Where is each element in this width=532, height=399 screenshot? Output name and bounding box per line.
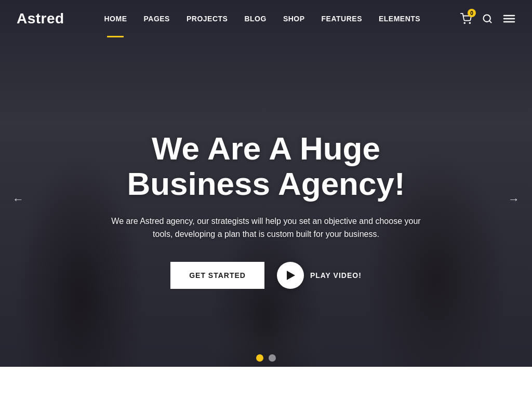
play-triangle-icon: [287, 271, 295, 280]
search-button[interactable]: [482, 14, 493, 24]
svg-point-1: [469, 22, 470, 23]
nav-item-projects[interactable]: PROJECTS: [187, 15, 228, 23]
nav-item-shop[interactable]: SHOP: [283, 15, 305, 23]
nav-item-pages[interactable]: PAGES: [143, 15, 169, 23]
hero-section: Astred HOME PAGES PROJECTS BLOG SHOP FEA…: [0, 0, 532, 399]
slider-dots: [256, 354, 276, 362]
slider-dot-1[interactable]: [256, 354, 263, 362]
cart-icon-wrap[interactable]: 0: [460, 13, 472, 24]
site-header: Astred HOME PAGES PROJECTS BLOG SHOP FEA…: [0, 0, 532, 37]
cart-badge: 0: [468, 9, 476, 17]
play-video-button[interactable]: PLAY VIDEO!: [277, 262, 362, 289]
nav-item-home[interactable]: HOME: [104, 15, 127, 23]
hero-actions: GET STARTED PLAY VIDEO!: [170, 262, 362, 289]
menu-button[interactable]: [503, 14, 515, 24]
nav-item-blog[interactable]: BLOG: [244, 15, 266, 23]
main-nav: HOME PAGES PROJECTS BLOG SHOP FEATURES E…: [104, 15, 420, 23]
get-started-button[interactable]: GET STARTED: [170, 262, 264, 289]
play-video-label: PLAY VIDEO!: [310, 271, 362, 280]
svg-point-0: [464, 22, 465, 23]
slider-next-button[interactable]: →: [508, 193, 520, 206]
header-icons: 0: [460, 13, 515, 24]
hero-content: We Are A Huge Business Agency! We are As…: [0, 21, 532, 399]
hero-title: We Are A Huge Business Agency!: [127, 131, 405, 202]
slider-dot-2[interactable]: [269, 354, 276, 362]
slider-prev-button[interactable]: ←: [12, 193, 24, 206]
nav-item-elements[interactable]: ELEMENTS: [379, 15, 420, 23]
play-circle-icon: [277, 262, 304, 289]
site-logo[interactable]: Astred: [17, 10, 64, 27]
hero-subtitle: We are Astred agency, our strategists wi…: [105, 215, 427, 241]
svg-line-3: [489, 21, 491, 23]
bottom-bar: [0, 367, 532, 399]
nav-item-features[interactable]: FEATURES: [322, 15, 362, 23]
